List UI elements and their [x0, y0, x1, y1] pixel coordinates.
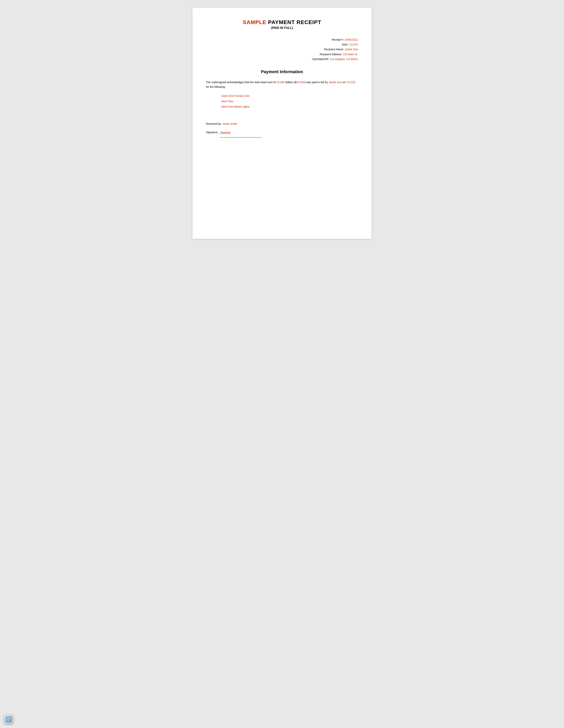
text-after: ) was paid in-full by: [305, 81, 329, 84]
city-state-zip-row: City/State/ZIP: Los Angeles, CA 90021: [206, 57, 358, 62]
title-rest: PAYMENT RECEIPT: [266, 19, 321, 25]
payer-name: Jackie Doe: [329, 81, 342, 84]
dock-icon-inner: [6, 716, 12, 722]
city-state-zip-value: Los Angeles, CA 90021: [330, 58, 358, 61]
date-row: Date: 1/11/22: [206, 42, 358, 47]
date-label: Date:: [342, 43, 348, 46]
main-title: SAMPLE PAYMENT RECEIPT: [206, 19, 358, 25]
text-before-amount: The undersigned acknowledges that the to…: [206, 81, 276, 84]
received-by-line: Received by: Jamie Smith: [206, 121, 358, 127]
item-2: New Tires: [221, 99, 358, 104]
subtitle: (PAID IN FULL): [206, 26, 358, 30]
payment-date: 1/11/22: [346, 81, 355, 84]
signature-field: Jamie: [220, 127, 262, 137]
received-by-label: Received by:: [206, 121, 222, 127]
date-value: 1/11/22: [349, 43, 358, 46]
item-3: New Front Beam Lights: [221, 104, 358, 109]
payment-body-text: The undersigned acknowledges that the to…: [206, 80, 358, 89]
text-date-before: on: [342, 81, 346, 84]
amount-dollars: 10,000: [296, 81, 305, 84]
sample-word: SAMPLE: [243, 19, 266, 25]
recipient-address-value: 123 Main St.: [343, 53, 358, 56]
item-1: Used 2013 Honda Civic: [221, 93, 358, 99]
signature-line: Signature: Jamie: [206, 127, 358, 137]
receipt-info-block: Receipt #: 183910221 Date: 1/11/22 Recip…: [206, 37, 358, 62]
received-by-name: Jamie Smith: [222, 121, 237, 127]
text-end: for the following:: [206, 85, 226, 88]
receipt-document: SAMPLE PAYMENT RECEIPT (PAID IN FULL) Re…: [192, 8, 372, 239]
city-state-zip-label: City/State/ZIP:: [312, 58, 329, 61]
section-title: Payment Information: [206, 69, 358, 74]
receipt-label: Receipt #:: [332, 38, 344, 41]
recipient-name-value: Jackie Doe: [345, 48, 358, 51]
recipient-name-label: Recipient Name:: [324, 48, 344, 51]
recipient-address-row: Recipient Address: 123 Main St.: [206, 52, 358, 57]
received-section: Received by: Jamie Smith Signature: Jami…: [206, 121, 358, 138]
signature-image: Jamie: [220, 130, 231, 135]
items-list: Used 2013 Honda Civic New Tires New Fron…: [221, 93, 358, 109]
receipt-number-row: Receipt #: 183910221: [206, 37, 358, 42]
recipient-address-label: Recipient Address:: [320, 53, 342, 56]
receipt-number: 183910221: [345, 38, 358, 41]
text-middle: dollars ($: [285, 81, 296, 84]
signature-label: Signature:: [206, 129, 218, 135]
recipient-name-row: Recipient Name: Jackie Doe: [206, 47, 358, 52]
dock-icon[interactable]: [4, 715, 13, 724]
amount-words: 10,000: [276, 81, 285, 84]
dock-app-icon: [7, 717, 11, 721]
receipt-header: SAMPLE PAYMENT RECEIPT (PAID IN FULL): [206, 19, 358, 30]
